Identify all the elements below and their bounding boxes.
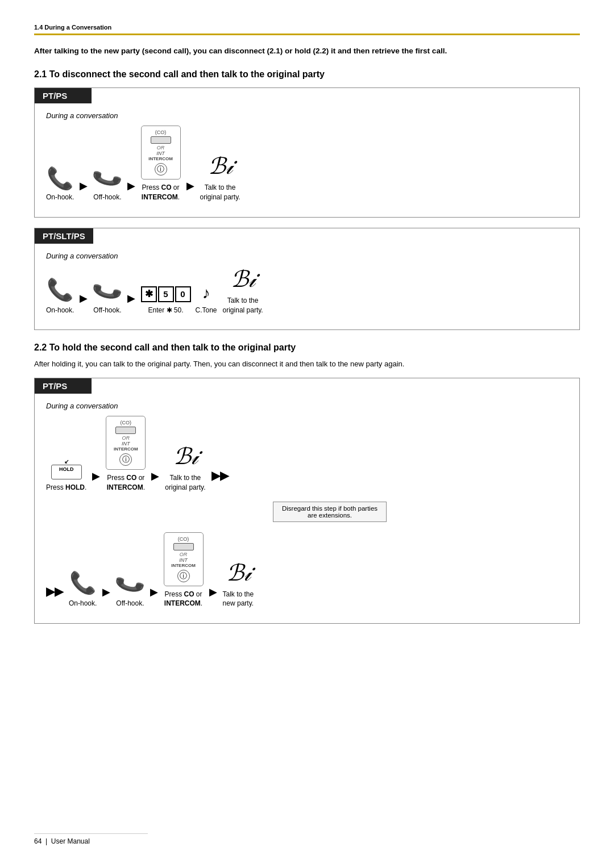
co-label-1: (CO) [155, 130, 167, 135]
talk-icon-2: ℬ𝒾 [231, 266, 255, 293]
co-button-2 [115, 427, 136, 434]
co-label-2: (CO) [121, 420, 132, 425]
during-conv-2: During a conversation [46, 252, 568, 260]
offhook-icon-2: 📞 [90, 273, 125, 307]
step-label-talk-3: Talk to theoriginal party. [165, 473, 205, 493]
talk-icon-1: ℬ𝒾 [208, 153, 232, 180]
arrow-2: ▶ [127, 180, 135, 192]
double-arrow-start: ▶▶ [46, 585, 63, 598]
co-intercom-widget-1: (CO) OR INT INTERCOM ⓘ [141, 126, 181, 180]
ptps-header-2: PT/PS [35, 378, 92, 394]
or-label-1: OR [157, 145, 165, 151]
during-conv-3: During a conversation [46, 402, 568, 410]
intercom-label-3: INTERCOM [171, 563, 196, 568]
step-offhook-3: 📞 Off-hook. [116, 571, 144, 608]
during-conv-1: During a conversation [46, 111, 568, 120]
offhook-icon-1: 📞 [90, 161, 125, 194]
page-number: 64 [34, 837, 42, 845]
intercom-btn-3: ⓘ [177, 570, 190, 582]
after-hold-text: After holding it, you can talk to the or… [34, 358, 580, 370]
step-hold: ↙ HOLD Press HOLD. [46, 458, 86, 493]
arrow-4: ▶ [80, 292, 88, 304]
hold-btn-label: HOLD [56, 466, 77, 472]
arrow-8: ▶ [102, 586, 110, 598]
page: 1.4 During a Conversation After talking … [0, 0, 614, 868]
ptps-box-1: PT/PS During a conversation 📞 On-hook. ▶… [34, 87, 580, 218]
hold-arrow-icon: ↙ [64, 458, 69, 465]
steps-row-4: ▶▶ 📞 On-hook. ▶ 📞 Off-hook. ▶ (CO) [46, 532, 568, 609]
step-label-offhook-1: Off-hook. [93, 193, 121, 202]
disregard-box: Disregard this step if both parties are … [273, 502, 387, 522]
dtmf-5-key: 5 [158, 286, 174, 302]
star50-group: ✱ 5 0 [141, 286, 191, 302]
arrow-7: ▶ [151, 470, 159, 482]
step-label-talk-4: Talk to thenew party. [223, 590, 254, 609]
ptsltps-header: PT/SLT/PS [35, 228, 93, 244]
onhook-icon-1: 📞 [47, 168, 73, 189]
step-label-co-2: Press CO orINTERCOM. [107, 473, 145, 493]
step-label-hold: Press HOLD. [46, 483, 86, 493]
step-label-co-1: Press CO orINTERCOM. [142, 183, 180, 202]
dtmf-star-key: ✱ [141, 286, 157, 302]
intercom-btn-1: ⓘ [155, 163, 167, 176]
step-label-onhook-3: On-hook. [69, 599, 97, 608]
talk-icon-4: ℬ𝒾 [226, 560, 250, 586]
co-intercom-widget-3: (CO) OR INT INTERCOM ⓘ [164, 532, 204, 586]
or-label-2: OR [122, 435, 130, 441]
step-label-onhook-1: On-hook. [46, 193, 74, 202]
section-header-text: 1.4 During a Conversation [34, 24, 111, 31]
arrow-5: ▶ [127, 292, 135, 304]
step-label-talk-2: Talk to theoriginal party. [223, 296, 263, 315]
onhook-icon-3: 📞 [69, 570, 96, 595]
step-talk-3: ℬ𝒾 Talk to theoriginal party. [165, 443, 205, 493]
disregard-container: Disregard this step if both parties are … [92, 497, 568, 527]
step-offhook-2: 📞 Off-hook. [93, 278, 121, 315]
co-button-1 [151, 136, 171, 144]
step-ctone: ♪ C.Tone [196, 284, 217, 315]
hold-btn-body [56, 472, 77, 478]
intercom-btn-2: ⓘ [119, 453, 132, 466]
footer-label: User Manual [51, 837, 90, 845]
arrow-1: ▶ [80, 180, 88, 192]
arrow-3: ▶ [186, 180, 194, 192]
step-label-offhook-2: Off-hook. [93, 306, 121, 315]
step-talk-2: ℬ𝒾 Talk to theoriginal party. [223, 266, 263, 315]
ptps-box-2: PT/PS During a conversation ↙ HOLD Press… [34, 378, 580, 624]
ptps-body-1: During a conversation 📞 On-hook. ▶ 📞 Off… [35, 103, 579, 217]
step-onhook-2: 📞 On-hook. [46, 277, 74, 315]
steps-row-3: ↙ HOLD Press HOLD. ▶ (CO) OR [46, 416, 568, 493]
step-label-offhook-3: Off-hook. [116, 599, 144, 608]
offhook-icon-3: 📞 [113, 567, 147, 600]
footer: 64 | User Manual [34, 833, 148, 845]
dtmf-0-key: 0 [175, 286, 191, 302]
dtmf-row: ✱ 5 0 [141, 286, 191, 302]
co-intercom-widget-2: (CO) OR INT INTERCOM ⓘ [106, 416, 146, 470]
ptsltps-box: PT/SLT/PS During a conversation 📞 On-hoo… [34, 228, 580, 331]
heading-2-1: 2.1 To disconnect the second call and th… [34, 69, 580, 80]
step-onhook-3: 📞 On-hook. [69, 570, 97, 608]
step-co-intercom-1: (CO) OR INT INTERCOM ⓘ Press CO orINTERC… [141, 126, 181, 202]
intercom-label-2: INTERCOM [114, 446, 138, 452]
steps-row-1: 📞 On-hook. ▶ 📞 Off-hook. ▶ (CO) OR INT [46, 126, 568, 202]
talk-icon-3: ℬ𝒾 [173, 443, 197, 470]
int-label-1: INT [156, 151, 165, 156]
step-talk-1: ℬ𝒾 Talk to theoriginal party. [200, 153, 240, 202]
onhook-icon-2: 📞 [47, 277, 73, 302]
step-star50: ✱ 5 0 Enter ✱ 50. [141, 286, 191, 315]
intro-text: After talking to the new party (second c… [34, 45, 580, 57]
ptps-body-2: During a conversation ↙ HOLD Press HOLD.… [35, 394, 579, 623]
step-co-intercom-2: (CO) OR INT INTERCOM ⓘ Press CO orINTERC… [106, 416, 146, 493]
step-talk-4: ℬ𝒾 Talk to thenew party. [223, 560, 254, 609]
arrow-9: ▶ [150, 586, 158, 598]
co-label-3: (CO) [178, 536, 189, 542]
step-label-co-3: Press CO orINTERCOM. [164, 590, 202, 609]
ptps-header-1: PT/PS [35, 88, 92, 103]
heading-2-2: 2.2 To hold the second call and then tal… [34, 343, 580, 353]
or-label-3: OR [180, 552, 188, 557]
ptsltps-body: During a conversation 📞 On-hook. ▶ 📞 Off… [35, 244, 579, 330]
step-label-talk-1: Talk to theoriginal party. [200, 183, 240, 202]
step-onhook-1: 📞 On-hook. [46, 168, 74, 202]
hold-btn-widget: HOLD [51, 465, 82, 479]
step-label-star50: Enter ✱ 50. [148, 306, 183, 315]
arrow-10: ▶ [209, 586, 217, 598]
